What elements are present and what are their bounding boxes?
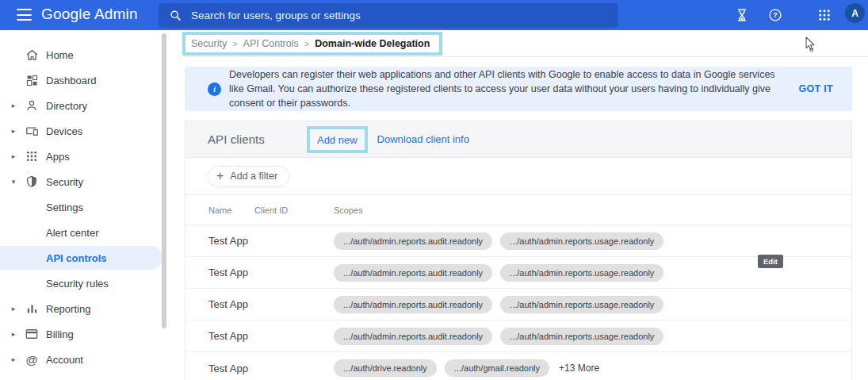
breadcrumb-highlight: Security > API Controls > Domain-wide De… [182, 32, 442, 56]
column-header-name: Name [208, 205, 254, 215]
add-new-button[interactable]: Add new [317, 134, 358, 146]
sidebar-item-devices[interactable]: Devices [0, 118, 185, 144]
pending-tasks-icon[interactable] [735, 8, 749, 22]
account-avatar[interactable]: A [845, 3, 865, 23]
table-row[interactable]: Test App .../auth/drive.readonly .../aut… [185, 352, 851, 380]
table-row[interactable]: Test App .../auth/admin.reports.audit.re… [185, 225, 851, 257]
filter-bar: Add a filter [185, 158, 851, 195]
scope-chip: .../auth/admin.reports.usage.readonly [500, 264, 663, 282]
breadcrumb-separator: > [232, 39, 237, 48]
client-name: Test App [208, 267, 254, 278]
sidebar-item-dashboard[interactable]: Dashboard [0, 67, 185, 93]
main-content: Security > API Controls > Domain-wide De… [185, 30, 868, 380]
got-it-button[interactable]: GOT IT [799, 83, 833, 94]
chevron-right-icon [9, 355, 18, 363]
download-client-info-button[interactable]: Download client info [377, 133, 469, 145]
client-name: Test App [208, 330, 254, 342]
chevron-right-icon [9, 152, 18, 160]
at-sign-icon [24, 351, 40, 367]
info-icon: i [208, 83, 221, 96]
sidebar-item-api-controls[interactable]: API controls [0, 245, 185, 271]
sidebar-item-security-rules[interactable]: Security rules [0, 271, 185, 296]
person-icon [24, 98, 40, 113]
table-row[interactable]: Test App .../auth/admin.reports.audit.re… [185, 321, 851, 352]
chevron-right-icon [9, 330, 18, 338]
sidebar-nav: Home Dashboard Directory [0, 30, 185, 380]
chevron-down-icon [9, 178, 18, 186]
more-scopes-link[interactable]: +13 More [559, 363, 599, 374]
devices-icon [24, 123, 40, 139]
apps-icon [24, 148, 40, 164]
scope-chip: .../auth/admin.reports.audit.readonly [334, 264, 492, 282]
scope-chip: .../auth/drive.readonly [334, 359, 437, 377]
search-input[interactable] [191, 10, 572, 21]
credit-card-icon [24, 326, 40, 342]
sidebar-item-directory[interactable]: Directory [0, 93, 185, 118]
mouse-cursor [804, 36, 816, 52]
breadcrumb-api-controls[interactable]: API Controls [243, 38, 299, 49]
breadcrumb-current-page: Domain-wide Delegation [315, 38, 430, 49]
table-row[interactable]: Test App .../auth/admin.reports.audit.re… [185, 289, 851, 321]
help-icon[interactable]: ? [768, 8, 782, 22]
banner-message: Developers can register their web applic… [229, 67, 789, 110]
plus-icon [216, 169, 224, 183]
table-row[interactable]: Test App .../auth/admin.reports.audit.re… [185, 257, 851, 289]
sidebar-item-reporting[interactable]: Reporting [0, 296, 185, 321]
breadcrumb-bar: Security > API Controls > Domain-wide De… [185, 30, 868, 57]
chevron-right-icon [9, 305, 18, 313]
breadcrumb-separator: > [304, 39, 309, 48]
dashboard-icon [24, 72, 40, 88]
menu-icon[interactable] [17, 9, 32, 21]
bar-chart-icon [24, 301, 40, 317]
client-name: Test App [208, 298, 254, 310]
product-logo[interactable]: Google Admin [41, 6, 138, 23]
google-admin-console: Google Admin ? A [0, 0, 868, 380]
sidebar-scrollbar[interactable] [162, 33, 166, 328]
scope-chip: .../auth/admin.reports.audit.readonly [334, 296, 492, 313]
client-name: Test App [208, 235, 254, 247]
column-header-client-id: Client ID [254, 205, 334, 215]
sidebar-item-apps[interactable]: Apps [0, 144, 185, 169]
info-banner: i Developers can register their web appl… [185, 67, 852, 111]
sidebar-item-account[interactable]: Account [0, 347, 185, 372]
client-name: Test App [208, 363, 254, 374]
api-clients-panel: API clients Add new Download client info… [185, 121, 852, 380]
svg-text:?: ? [773, 11, 778, 19]
scope-chip: .../auth/admin.reports.audit.readonly [334, 232, 492, 250]
home-icon [24, 47, 40, 63]
sidebar-item-security[interactable]: Security [0, 169, 185, 194]
edit-tooltip[interactable]: Edit [758, 255, 783, 268]
scope-chip: .../auth/admin.reports.usage.readonly [500, 232, 663, 250]
scope-chip: .../auth/gmail.readonly [445, 359, 549, 377]
sidebar-item-home[interactable]: Home [0, 42, 185, 67]
apps-grid-icon[interactable] [817, 8, 832, 22]
sidebar-item-security-settings[interactable]: Settings [0, 194, 185, 220]
panel-title: API clients [208, 132, 265, 146]
scope-chip: .../auth/admin.reports.usage.readonly [500, 296, 663, 313]
column-header-scopes: Scopes [334, 205, 851, 215]
sidebar-item-alert-center[interactable]: Alert center [0, 220, 185, 245]
sidebar-item-billing[interactable]: Billing [0, 321, 185, 347]
scope-chip: .../auth/admin.reports.audit.readonly [334, 328, 492, 345]
panel-header: API clients Add new Download client info [185, 121, 851, 158]
add-filter-button[interactable]: Add a filter [208, 166, 289, 187]
chevron-right-icon [9, 102, 18, 109]
add-new-highlight: Add new [307, 126, 368, 153]
chevron-right-icon [9, 127, 18, 135]
scope-chip: .../auth/admin.reports.usage.readonly [500, 328, 663, 345]
search-bar[interactable] [159, 3, 618, 28]
search-icon [170, 10, 182, 21]
shield-icon [24, 174, 40, 190]
top-app-bar: Google Admin ? A [0, 0, 868, 30]
table-header-row: Name Client ID Scopes [185, 195, 851, 225]
breadcrumb-security[interactable]: Security [191, 38, 227, 49]
